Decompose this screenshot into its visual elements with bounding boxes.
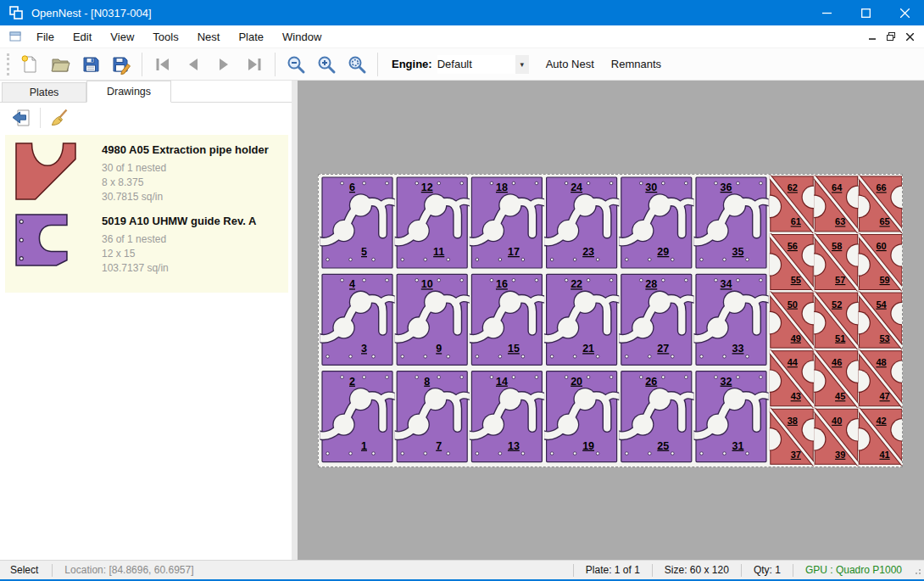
minimize-button[interactable] (807, 0, 846, 25)
nest-part-purple-pair[interactable]: 21 (319, 372, 398, 462)
panel-splitter[interactable] (292, 81, 298, 560)
open-file-icon (50, 54, 70, 75)
mdi-restore-button[interactable] (882, 29, 900, 44)
part-number: 49 (791, 333, 801, 344)
part-number: 57 (835, 275, 845, 285)
menu-tools[interactable]: Tools (143, 27, 187, 47)
tab-drawings[interactable]: Drawings (86, 81, 171, 103)
drawing-item[interactable]: 5019 A10 UHMW guide Rev. A 36 of 1 neste… (14, 213, 285, 276)
zoom-out-icon (286, 54, 306, 75)
new-file-button[interactable] (14, 51, 45, 78)
nest-part-purple-pair[interactable]: 87 (392, 372, 473, 462)
go-first-button[interactable] (148, 51, 178, 78)
mdi-close-button[interactable] (900, 29, 919, 44)
window-title: OpenNest - [N0317-004] (31, 7, 152, 20)
part-number: 60 (876, 241, 886, 251)
part-number: 17 (508, 246, 520, 258)
menu-bar: File Edit View Tools Nest Plate Window (0, 25, 924, 48)
part-number: 33 (732, 343, 744, 355)
auto-nest-button[interactable]: Auto Nest (537, 53, 603, 75)
part-number: 11 (433, 246, 444, 258)
open-file-button[interactable] (45, 51, 75, 78)
menu-window[interactable]: Window (273, 27, 331, 47)
nest-canvas[interactable]: 6512111817242330293635431091615222128273… (298, 81, 924, 560)
nest-part-purple-pair[interactable]: 1413 (466, 372, 548, 462)
nest-part-purple-pair[interactable]: 1211 (392, 177, 473, 268)
zoom-extents-icon (347, 54, 367, 75)
resize-grip-icon[interactable] (910, 564, 922, 576)
go-next-icon (214, 54, 234, 75)
menu-plate[interactable]: Plate (229, 27, 273, 47)
toolbar-grip[interactable] (7, 53, 9, 75)
maximize-button[interactable] (846, 0, 885, 25)
nest-part-purple-pair[interactable]: 65 (319, 177, 398, 268)
part-number: 35 (732, 246, 744, 258)
close-button[interactable] (885, 0, 924, 25)
chevron-down-icon: ▾ (520, 60, 524, 69)
zoom-in-button[interactable] (311, 51, 342, 78)
menu-view[interactable]: View (101, 27, 143, 47)
nest-part-purple-pair[interactable]: 2019 (541, 372, 622, 462)
sidebar: Plates Drawings (0, 81, 292, 560)
engine-label: Engine: (392, 58, 432, 70)
clean-button[interactable] (47, 106, 72, 130)
part-number: 5 (361, 246, 367, 258)
part-number: 46 (832, 357, 842, 367)
drawing-dimensions: 12 x 15 (102, 247, 256, 261)
menu-nest[interactable]: Nest (188, 27, 230, 47)
zoom-extents-button[interactable] (342, 51, 372, 78)
engine-combobox[interactable]: Default (437, 55, 515, 74)
mdi-child-icon[interactable] (8, 30, 22, 43)
part-number: 64 (832, 182, 843, 193)
menu-edit[interactable]: Edit (64, 27, 101, 47)
mdi-close-icon (906, 33, 914, 41)
zoom-out-button[interactable] (281, 51, 311, 78)
go-previous-button[interactable] (178, 51, 209, 78)
nest-part-purple-pair[interactable]: 3635 (691, 177, 772, 268)
part-number: 58 (832, 241, 842, 251)
nest-part-purple-pair[interactable]: 2827 (615, 274, 697, 365)
go-next-button[interactable] (209, 51, 239, 78)
part-number: 7 (436, 440, 442, 452)
save-button[interactable] (75, 51, 106, 78)
toolbar: Engine: Default ▾ Auto Nest Remnants (0, 48, 924, 81)
part-number: 20 (571, 376, 582, 388)
part-number: 39 (835, 450, 845, 460)
part-number: 4 (349, 278, 355, 290)
drawing-thumbnail-purple-part (14, 213, 70, 267)
drawing-list: 4980 A05 Extraction pipe holder 30 of 1 … (5, 135, 288, 293)
import-drawing-button[interactable] (8, 106, 34, 130)
menu-file[interactable]: File (27, 27, 64, 47)
nest-part-purple-pair[interactable]: 2625 (615, 372, 697, 462)
mdi-minimize-button[interactable] (863, 29, 882, 44)
nest-part-purple-pair[interactable]: 1817 (466, 177, 548, 268)
nest-part-purple-pair[interactable]: 2423 (541, 177, 622, 268)
go-last-button[interactable] (239, 51, 270, 78)
nest-part-purple-pair[interactable]: 3029 (615, 177, 697, 268)
part-number: 9 (436, 343, 442, 355)
clean-broom-icon (49, 108, 70, 128)
nest-part-purple-pair[interactable]: 3231 (691, 372, 772, 462)
save-as-button[interactable] (106, 51, 136, 78)
part-number: 40 (832, 416, 842, 426)
part-number: 31 (732, 440, 744, 452)
sidebar-toolbar-separator (40, 108, 41, 128)
minimize-icon (822, 8, 832, 18)
drawing-title: 5019 A10 UHMW guide Rev. A (102, 215, 256, 227)
nest-part-purple-pair[interactable]: 2221 (541, 274, 622, 365)
remnants-button[interactable]: Remnants (603, 53, 670, 75)
engine-dropdown-button[interactable]: ▾ (515, 55, 529, 74)
status-location: Location: [84.8696, 60.6957] (53, 564, 205, 576)
part-number: 3 (361, 343, 367, 355)
part-number: 34 (721, 278, 732, 290)
status-gpu: GPU : Quadro P1000 (793, 564, 910, 576)
drawing-dimensions: 8 x 8.375 (102, 176, 269, 190)
drawing-item[interactable]: 4980 A05 Extraction pipe holder 30 of 1 … (14, 142, 285, 204)
nest-part-purple-pair[interactable]: 1615 (466, 274, 548, 365)
nest-part-purple-pair[interactable]: 43 (319, 274, 398, 365)
toolbar-separator (275, 53, 276, 76)
nest-part-purple-pair[interactable]: 3433 (691, 274, 772, 365)
tab-plates[interactable]: Plates (2, 82, 86, 102)
nest-part-purple-pair[interactable]: 109 (392, 274, 473, 365)
part-number: 6 (349, 182, 355, 193)
